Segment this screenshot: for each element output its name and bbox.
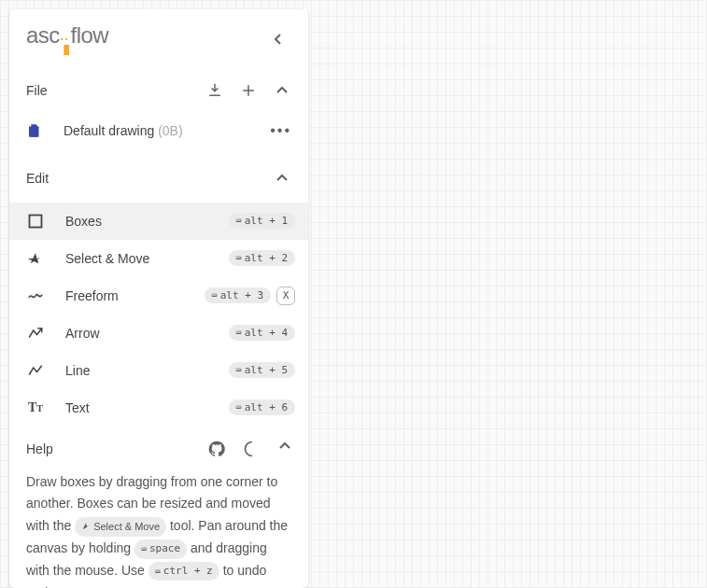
tool-line[interactable]: Line ⌨alt + 5 [9, 352, 308, 389]
tool-freeform-char[interactable]: X [276, 287, 295, 305]
keyboard-icon: ⌨ [236, 365, 242, 375]
arrow-icon [26, 324, 45, 343]
tool-text-shortcut: ⌨alt + 6 [229, 399, 295, 415]
github-icon[interactable] [207, 440, 226, 458]
logo-post: flow [70, 22, 108, 49]
svg-rect-0 [30, 215, 42, 227]
tool-line-label: Line [65, 363, 90, 378]
tool-boxes[interactable]: Boxes ⌨alt + 1 [9, 203, 308, 240]
keyboard-icon: ⌨ [236, 253, 242, 263]
file-name: Default drawing (0B) [64, 123, 183, 138]
help-section-header[interactable]: Help [9, 427, 308, 471]
logo-pre: asc [26, 22, 60, 49]
tool-freeform-label: Freeform [65, 288, 119, 303]
file-chevron-up-icon[interactable] [273, 81, 291, 100]
keyboard-icon: ⌨ [212, 290, 218, 301]
file-size: (0B) [158, 123, 182, 138]
file-entry[interactable]: Default drawing (0B) ••• [9, 115, 308, 154]
keyboard-icon: ⌨ [141, 541, 147, 557]
help-section-label: Help [26, 441, 53, 456]
tool-list: Boxes ⌨alt + 1 Select & Move ⌨alt + 2 Fr… [9, 203, 308, 427]
box-icon [26, 212, 45, 231]
dark-mode-icon[interactable] [243, 440, 262, 458]
sidebar-panel: asc ••ıı flow File Def [9, 9, 308, 588]
tool-boxes-shortcut: ⌨alt + 1 [229, 213, 295, 229]
tool-arrow-label: Arrow [65, 326, 100, 341]
collapse-sidebar-button[interactable] [263, 24, 293, 54]
tool-boxes-label: Boxes [65, 214, 102, 229]
text-icon: TT [26, 399, 45, 417]
logo-ii-icon: ••ıı [61, 36, 70, 55]
file-more-icon[interactable]: ••• [270, 122, 291, 139]
tool-select[interactable]: Select & Move ⌨alt + 2 [9, 240, 308, 277]
edit-section-label: Edit [26, 171, 49, 186]
tool-freeform-shortcut: ⌨alt + 3 [205, 287, 271, 303]
download-icon[interactable] [205, 81, 224, 100]
tool-select-label: Select & Move [65, 251, 149, 266]
help-chip-undo: ⌨ ctrl + z [148, 562, 219, 581]
help-chevron-up-icon[interactable] [278, 440, 291, 458]
file-section-header[interactable]: File [9, 66, 308, 115]
file-section-label: File [26, 83, 48, 98]
tool-select-shortcut: ⌨alt + 2 [229, 250, 295, 266]
help-text: Draw boxes by dragging from one corner t… [9, 471, 308, 588]
keyboard-icon: ⌨ [236, 402, 242, 413]
tool-text-label: Text [65, 400, 90, 415]
line-icon [26, 361, 45, 380]
add-icon[interactable] [239, 81, 258, 100]
tool-line-shortcut: ⌨alt + 5 [229, 362, 295, 378]
tool-arrow[interactable]: Arrow ⌨alt + 4 [9, 315, 308, 352]
help-chip-select: Select & Move [75, 517, 166, 537]
edit-section-header[interactable]: Edit [9, 154, 308, 203]
help-chip-space: ⌨ space [134, 539, 187, 559]
tool-freeform[interactable]: Freeform ⌨alt + 3 X [9, 277, 308, 315]
file-icon [26, 122, 43, 139]
tool-arrow-shortcut: ⌨alt + 4 [229, 325, 295, 341]
tool-text[interactable]: TT Text ⌨alt + 6 [9, 389, 308, 427]
keyboard-icon: ⌨ [236, 216, 242, 226]
freeform-icon [26, 287, 45, 305]
keyboard-icon: ⌨ [236, 328, 242, 338]
edit-chevron-up-icon[interactable] [273, 169, 291, 188]
file-name-text: Default drawing [64, 123, 154, 138]
cursor-icon [26, 249, 45, 268]
keyboard-icon: ⌨ [155, 564, 161, 580]
logo: asc ••ıı flow [26, 22, 108, 57]
